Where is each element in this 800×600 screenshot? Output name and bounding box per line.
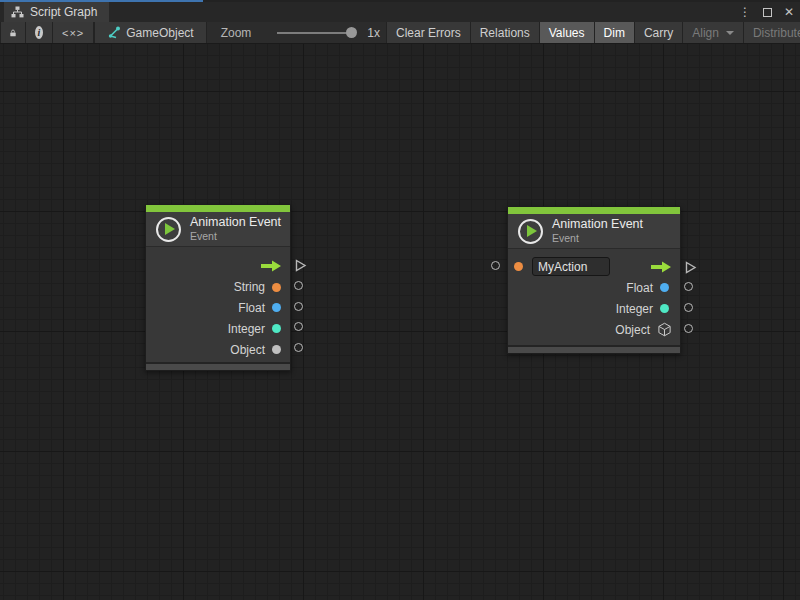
node-header[interactable]: Animation Event Event xyxy=(146,212,290,247)
distribute-label: Distribute xyxy=(753,26,800,40)
float-output-port[interactable] xyxy=(684,282,693,291)
zoom-slider-handle[interactable] xyxy=(346,27,357,38)
gameobject-target-button[interactable]: GameObject xyxy=(94,22,206,43)
window-controls: ⋮ ✕ xyxy=(739,2,794,22)
node-footer xyxy=(146,362,290,370)
event-play-icon xyxy=(156,217,181,242)
zoom-group: Zoom 1x xyxy=(207,22,386,43)
zoom-slider[interactable] xyxy=(277,32,355,34)
relations-label: Relations xyxy=(480,26,530,40)
trigger-input-port[interactable] xyxy=(491,261,500,270)
port-label: String xyxy=(234,280,265,294)
trigger-input-row xyxy=(508,256,680,277)
lock-icon xyxy=(10,27,16,39)
distribute-dropdown[interactable]: Distribute xyxy=(744,22,800,43)
port-row-integer: Integer xyxy=(146,318,290,339)
integer-output-port[interactable] xyxy=(294,322,303,331)
relations-button[interactable]: Relations xyxy=(471,22,540,43)
string-input-dot xyxy=(514,262,523,271)
zoom-label: Zoom xyxy=(221,26,252,40)
node-subtitle: Event xyxy=(552,232,643,245)
node-body: String Float Integer Object xyxy=(146,247,290,362)
action-name-input[interactable] xyxy=(532,257,610,276)
window-menu-icon[interactable]: ⋮ xyxy=(739,6,751,18)
gameobject-label: GameObject xyxy=(126,26,193,40)
tab-bar: Script Graph ⋮ ✕ xyxy=(0,2,800,22)
values-toggle[interactable]: Values xyxy=(540,22,595,43)
float-port-dot xyxy=(272,303,281,312)
port-row-string: String xyxy=(146,277,290,298)
string-port-dot xyxy=(272,283,281,292)
port-label: Float xyxy=(238,301,265,315)
carry-toggle[interactable]: Carry xyxy=(635,22,683,43)
animation-event-node-2[interactable]: Animation Event Event Float xyxy=(507,206,681,354)
zoom-value: 1x xyxy=(367,26,380,40)
graph-toolbar: i <×> GameObject Zoom 1x Clear Errors xyxy=(0,22,800,44)
port-label: Object xyxy=(615,323,650,337)
flow-arrow-icon xyxy=(650,261,672,273)
graph-canvas[interactable]: Animation Event Event String Float xyxy=(0,44,800,600)
cube-icon xyxy=(657,322,672,337)
object-output-port[interactable] xyxy=(294,343,303,352)
code-icon: <×> xyxy=(62,27,84,39)
node-footer xyxy=(508,345,680,353)
dim-toggle[interactable]: Dim xyxy=(595,22,635,43)
script-graph-window: Script Graph ⋮ ✕ i <×> xyxy=(0,0,800,600)
integer-output-port[interactable] xyxy=(684,303,693,312)
gameobject-icon xyxy=(107,26,121,39)
float-output-port[interactable] xyxy=(294,302,303,311)
node-color-bar xyxy=(146,205,290,212)
edit-code-button[interactable]: <×> xyxy=(53,22,94,43)
maximize-icon[interactable] xyxy=(763,8,772,17)
object-port-dot xyxy=(272,345,281,354)
port-row-float: Float xyxy=(508,277,680,298)
port-label: Integer xyxy=(616,302,653,316)
node-subtitle: Event xyxy=(190,230,281,243)
port-label: Float xyxy=(626,281,653,295)
lock-button[interactable] xyxy=(0,22,26,43)
port-row-integer: Integer xyxy=(508,298,680,319)
dim-label: Dim xyxy=(604,26,625,40)
node-body: Float Integer Object xyxy=(508,249,680,345)
close-icon[interactable]: ✕ xyxy=(784,6,794,18)
animation-event-node-1[interactable]: Animation Event Event String Float xyxy=(145,204,291,371)
integer-port-dot xyxy=(660,304,669,313)
node-title: Animation Event xyxy=(552,217,643,233)
node-title: Animation Event xyxy=(190,215,281,231)
graph-icon xyxy=(11,6,24,18)
node-header[interactable]: Animation Event Event xyxy=(508,214,680,249)
chevron-down-icon xyxy=(726,31,734,35)
align-dropdown[interactable]: Align xyxy=(683,22,744,43)
port-row-float: Float xyxy=(146,298,290,319)
flow-output-port[interactable] xyxy=(294,259,307,272)
flow-output-port[interactable] xyxy=(684,261,697,274)
clear-errors-label: Clear Errors xyxy=(396,26,461,40)
float-port-dot xyxy=(660,283,669,292)
values-label: Values xyxy=(549,26,585,40)
port-label: Object xyxy=(230,343,265,357)
event-play-icon xyxy=(518,219,543,244)
tab-title: Script Graph xyxy=(30,5,97,19)
clear-errors-button[interactable]: Clear Errors xyxy=(386,22,471,43)
port-label: Integer xyxy=(228,322,265,336)
trigger-output-row xyxy=(146,256,290,277)
info-icon: i xyxy=(35,26,43,39)
inspect-button[interactable]: i xyxy=(26,22,53,43)
carry-label: Carry xyxy=(644,26,673,40)
tab-script-graph[interactable]: Script Graph xyxy=(4,2,109,22)
align-label: Align xyxy=(692,26,719,40)
string-output-port[interactable] xyxy=(294,281,303,290)
port-row-object: Object xyxy=(508,319,680,340)
node-color-bar xyxy=(508,207,680,214)
port-row-object: Object xyxy=(146,339,290,360)
object-output-port[interactable] xyxy=(684,324,693,333)
integer-port-dot xyxy=(272,324,281,333)
flow-arrow-icon xyxy=(260,260,282,272)
